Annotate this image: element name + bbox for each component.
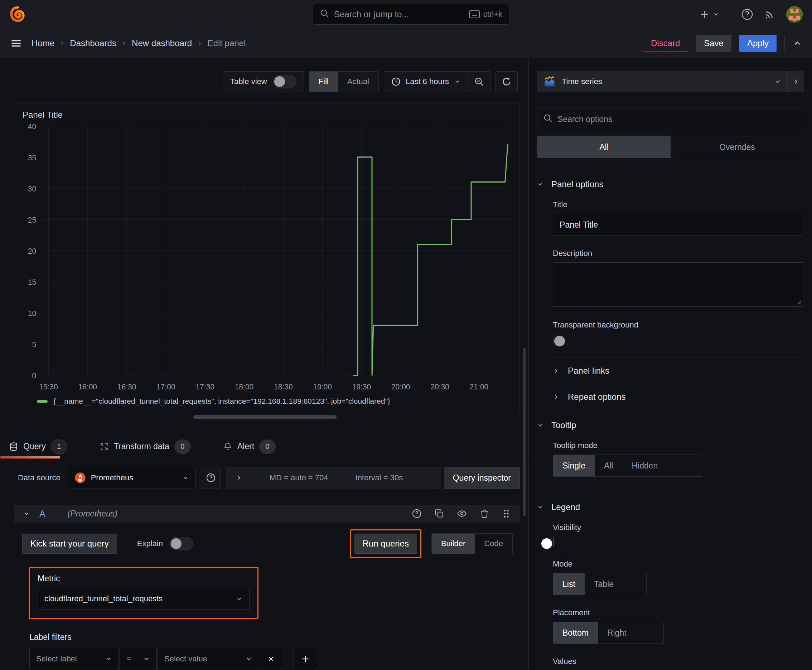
save-button[interactable]: Save: [696, 35, 731, 52]
viz-picker-expand-button[interactable]: [788, 71, 804, 92]
chevron-down-icon: [454, 78, 460, 85]
tab-transform-data[interactable]: Transform data 0: [100, 440, 191, 454]
remove-filter-button[interactable]: [260, 648, 282, 670]
panel-title[interactable]: Panel Title: [14, 103, 519, 122]
panel-title-input[interactable]: Panel Title: [553, 214, 804, 236]
legend-mode-table[interactable]: Table: [585, 574, 623, 595]
duplicate-query-icon[interactable]: [435, 509, 444, 518]
svg-text:40: 40: [28, 122, 36, 131]
remove-query-icon[interactable]: [480, 509, 489, 518]
tooltip-mode-all[interactable]: All: [595, 455, 622, 476]
pane-resize-handle[interactable]: [193, 415, 337, 419]
legend-section-header[interactable]: Legend: [537, 502, 804, 512]
vertical-scrollbar[interactable]: [523, 348, 526, 516]
description-textarea[interactable]: [553, 262, 804, 307]
tab-alert[interactable]: Alert 0: [223, 440, 276, 454]
visualization-name: Time series: [562, 77, 602, 86]
time-range-picker[interactable]: Last 6 hours: [384, 77, 468, 86]
fill-option[interactable]: Fill: [309, 71, 338, 91]
table-view-toggle[interactable]: [273, 75, 297, 88]
apply-button[interactable]: Apply: [739, 35, 776, 52]
svg-text:0: 0: [32, 371, 36, 380]
legend-mode-list[interactable]: List: [553, 574, 585, 595]
placement-bottom[interactable]: Bottom: [553, 622, 598, 643]
timeseries-chart[interactable]: 051015202530354015:3016:0016:3017:0017:3…: [15, 122, 517, 395]
code-option[interactable]: Code: [475, 534, 512, 554]
transparent-bg-label: Transparent background: [553, 320, 804, 330]
datasource-label: Data source: [18, 473, 61, 482]
breadcrumb-home[interactable]: Home: [32, 38, 54, 48]
operator-dropdown[interactable]: =: [120, 648, 157, 670]
tab-query[interactable]: Query 1: [9, 440, 67, 454]
placement-right[interactable]: Right: [598, 622, 636, 643]
panel-options-header[interactable]: Panel options: [537, 179, 804, 189]
query-datasource-hint: (Prometheus): [68, 509, 117, 519]
collapse-header-icon[interactable]: [793, 39, 802, 48]
select-label-dropdown[interactable]: Select label: [29, 648, 119, 670]
add-dropdown-button[interactable]: [699, 9, 719, 20]
chevron-down-icon: [236, 595, 243, 602]
datasource-help-button[interactable]: [201, 467, 221, 489]
help-icon[interactable]: [741, 8, 753, 20]
hide-response-icon[interactable]: [457, 509, 467, 519]
chevron-down-icon: [105, 655, 112, 663]
datasource-picker[interactable]: Prometheus: [68, 467, 196, 489]
resize-grip-icon[interactable]: [796, 299, 802, 305]
menu-icon[interactable]: [10, 38, 22, 49]
legend-series-label[interactable]: {__name__="cloudflared_tunnel_total_requ…: [53, 397, 390, 406]
interval-value: Interval = 30s: [356, 473, 403, 482]
search-options-input[interactable]: Search options: [537, 108, 804, 130]
tooltip-section-header[interactable]: Tooltip: [537, 420, 804, 430]
query-inspector-button[interactable]: Query inspector: [444, 467, 520, 489]
select-value-dropdown[interactable]: Select value: [158, 648, 259, 670]
grafana-logo-icon[interactable]: [9, 6, 26, 22]
metric-select[interactable]: cloudflared_tunnel_total_requests: [37, 588, 249, 610]
user-avatar[interactable]: [786, 6, 803, 22]
transparent-bg-toggle[interactable]: [553, 334, 554, 344]
drag-handle-icon[interactable]: [502, 509, 510, 519]
visualization-picker-row: Time series: [537, 71, 804, 92]
explain-toggle[interactable]: [170, 537, 193, 550]
active-tab-indicator: [0, 456, 60, 459]
legend-placement-group: Bottom Right: [553, 622, 664, 644]
zoom-out-button[interactable]: [468, 71, 490, 91]
query-editor-header[interactable]: A (Prometheus): [14, 505, 520, 523]
breadcrumb-new-dashboard[interactable]: New dashboard: [132, 38, 192, 48]
visualization-picker[interactable]: Time series: [537, 71, 788, 92]
tooltip-mode-hidden[interactable]: Hidden: [622, 455, 667, 476]
chevron-right-icon: [792, 78, 800, 86]
actual-option[interactable]: Actual: [338, 71, 378, 91]
svg-text:16:00: 16:00: [78, 382, 97, 391]
builder-option[interactable]: Builder: [432, 534, 475, 554]
all-overrides-tabs: All Overrides: [537, 136, 804, 158]
datasource-row: Data source Prometheus: [18, 467, 520, 489]
help-circle-icon: [206, 473, 216, 483]
news-feed-icon[interactable]: [764, 8, 775, 20]
legend-visibility-toggle[interactable]: [553, 537, 554, 546]
tab-all[interactable]: All: [537, 136, 671, 158]
panel-links-section[interactable]: Panel links: [553, 358, 804, 384]
chevron-right-icon: [553, 367, 559, 374]
explain-label: Explain: [137, 539, 163, 548]
chart-area: 051015202530354015:3016:0016:3017:0017:3…: [14, 122, 519, 395]
breadcrumb-separator: ›: [123, 39, 125, 48]
tooltip-mode-label: Tooltip mode: [553, 441, 804, 450]
global-search-input[interactable]: Search or jump to... ctrl+k: [313, 4, 509, 25]
svg-text:16:30: 16:30: [117, 382, 136, 391]
chevron-down-icon: [537, 181, 544, 188]
refresh-button[interactable]: [495, 71, 518, 92]
discard-button[interactable]: Discard: [642, 35, 688, 52]
kick-start-button[interactable]: Kick start your query: [22, 534, 117, 554]
run-queries-button[interactable]: Run queries: [354, 534, 417, 554]
tooltip-mode-single[interactable]: Single: [553, 455, 595, 476]
query-options-strip[interactable]: MD = auto = 704 Interval = 30s: [226, 467, 441, 489]
tab-overrides[interactable]: Overrides: [671, 136, 804, 158]
clock-icon: [391, 77, 401, 86]
legend-series-swatch[interactable]: [37, 400, 47, 403]
add-filter-button[interactable]: [293, 648, 317, 670]
repeat-options-section[interactable]: Repeat options: [553, 384, 804, 410]
chevron-down-icon: [537, 422, 544, 428]
query-count-badge: 1: [51, 440, 67, 454]
breadcrumb-dashboards[interactable]: Dashboards: [70, 38, 116, 48]
query-help-icon[interactable]: [412, 509, 422, 519]
